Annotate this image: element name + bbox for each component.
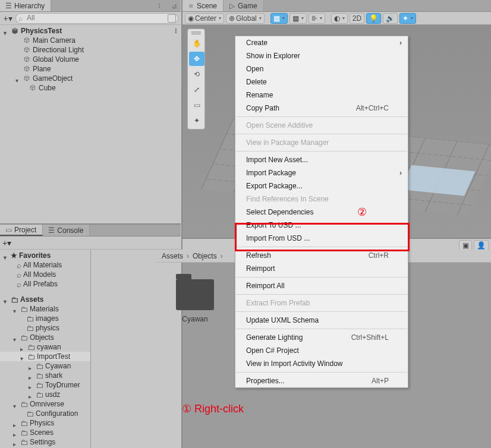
menu-item[interactable]: Properties...Alt+P bbox=[235, 374, 408, 387]
foldout-icon[interactable] bbox=[13, 335, 18, 340]
folder-objects[interactable]: Objects bbox=[0, 333, 90, 342]
hierarchy-item[interactable]: Directional Light bbox=[0, 45, 181, 55]
foldout-icon[interactable] bbox=[4, 29, 9, 34]
menu-item[interactable]: Import Package› bbox=[235, 166, 408, 179]
tab-scene[interactable]: ⌗ Scene bbox=[182, 0, 224, 11]
increment-button[interactable]: ⊪ bbox=[309, 13, 325, 24]
foldout-icon[interactable] bbox=[29, 364, 34, 369]
mode-2d-button[interactable]: 2D bbox=[350, 13, 364, 24]
hierarchy-item[interactable]: Plane bbox=[0, 64, 181, 74]
search-input[interactable] bbox=[27, 14, 167, 22]
folder-images[interactable]: images bbox=[0, 314, 90, 323]
cube-row[interactable]: Cube bbox=[0, 83, 181, 93]
hierarchy-item[interactable]: Global Volume bbox=[0, 55, 181, 64]
favorite-item[interactable]: All Prefabs bbox=[0, 279, 90, 289]
folder-settings[interactable]: Settings bbox=[0, 437, 90, 447]
folder-configuration[interactable]: Configuration bbox=[0, 409, 90, 418]
grid-snap-button[interactable]: ▦ bbox=[270, 13, 288, 24]
breadcrumb-item[interactable]: Assets bbox=[162, 252, 183, 260]
create-plus-icon[interactable]: +▾ bbox=[2, 238, 11, 248]
item-label: Main Camera bbox=[33, 36, 75, 45]
favorite-item[interactable]: All Materials bbox=[0, 260, 90, 270]
folder-item[interactable]: ToyDrumer bbox=[0, 380, 90, 390]
tab-game[interactable]: ▷ Game bbox=[224, 0, 264, 11]
menu-item[interactable]: Rename bbox=[235, 89, 408, 102]
lock-icon[interactable]: ⊿ bbox=[168, 2, 181, 10]
favorite-item[interactable]: All Models bbox=[0, 270, 90, 279]
menu-item[interactable]: Delete bbox=[235, 75, 408, 89]
menu-item[interactable]: Open bbox=[235, 62, 408, 75]
menu-item[interactable]: Import From USD ... bbox=[235, 232, 408, 245]
folder-physics2[interactable]: Physics bbox=[0, 418, 90, 428]
foldout-icon[interactable] bbox=[4, 253, 9, 258]
menu-item[interactable]: Create› bbox=[235, 36, 408, 49]
tab-project[interactable]: ▭ Project bbox=[0, 225, 43, 236]
foldout-icon[interactable] bbox=[20, 345, 26, 350]
foldout-icon[interactable] bbox=[13, 430, 18, 436]
folder-materials[interactable]: Materials bbox=[0, 304, 90, 314]
folder-icon bbox=[36, 371, 43, 380]
foldout-icon[interactable] bbox=[13, 307, 18, 312]
hierarchy-item[interactable]: Main Camera bbox=[0, 36, 181, 45]
asset-folder-cyawan[interactable]: Cyawan bbox=[170, 279, 220, 323]
folder-omniverse[interactable]: Omniverse bbox=[0, 399, 90, 409]
scene-root[interactable]: PhysicsTest ⁝ bbox=[0, 26, 181, 36]
foldout-icon[interactable] bbox=[13, 402, 18, 407]
folder-physics[interactable]: physics bbox=[0, 323, 90, 333]
folder-importtest[interactable]: ImportTest bbox=[0, 352, 90, 361]
hand-tool[interactable]: ✋ bbox=[189, 36, 204, 51]
snap-flag-button[interactable]: ▦ bbox=[289, 13, 307, 24]
transform-tool[interactable]: ✦ bbox=[189, 113, 204, 128]
tab-console[interactable]: ☰ Console bbox=[43, 225, 90, 236]
breadcrumb-item[interactable]: Objects bbox=[193, 252, 217, 260]
rect-tool[interactable]: ▭ bbox=[189, 98, 204, 112]
foldout-icon[interactable] bbox=[29, 373, 34, 378]
menu-item[interactable]: Update UXML Schema bbox=[235, 314, 408, 327]
shading-button[interactable]: ◐ bbox=[331, 13, 348, 24]
menu-item[interactable]: Import New Asset... bbox=[235, 153, 408, 166]
audio-button[interactable]: 🔊 bbox=[383, 13, 398, 24]
menu-item[interactable]: Export Package... bbox=[235, 179, 408, 193]
folder-item[interactable]: shark bbox=[0, 371, 90, 380]
folder-cyawan[interactable]: cyawan bbox=[0, 342, 90, 352]
foldout-icon[interactable] bbox=[13, 440, 18, 445]
panel-menu-icon[interactable]: ⁝ bbox=[158, 2, 164, 10]
scale-tool[interactable]: ⤢ bbox=[189, 83, 204, 97]
menu-item[interactable]: Copy PathAlt+Ctrl+C bbox=[235, 102, 408, 115]
menu-item[interactable]: Select Dependencies bbox=[235, 206, 408, 219]
menu-item[interactable]: Open C# Project bbox=[235, 344, 408, 357]
space-button[interactable]: ⊕Global bbox=[226, 13, 265, 24]
menu-item[interactable]: Show in Explorer bbox=[235, 49, 408, 62]
folder-item[interactable]: Cyawan bbox=[0, 361, 90, 371]
filter-button[interactable]: ▣ bbox=[459, 240, 472, 251]
menu-item[interactable]: View in Import Activity Window bbox=[235, 357, 408, 370]
user-button[interactable]: 👤 bbox=[474, 240, 489, 251]
menu-item[interactable]: Reimport bbox=[235, 262, 408, 275]
foldout-icon[interactable] bbox=[29, 383, 34, 388]
menu-item[interactable]: Reimport All bbox=[235, 279, 408, 292]
hierarchy-search[interactable]: ⌕ bbox=[15, 13, 178, 24]
assets-root[interactable]: Assets bbox=[0, 295, 90, 304]
folder-item[interactable]: usdz bbox=[0, 390, 90, 399]
create-plus-icon[interactable]: +▾ bbox=[2, 14, 13, 23]
move-tool[interactable]: ✥ bbox=[189, 52, 204, 66]
menu-item[interactable]: Export To USD ... bbox=[235, 219, 408, 232]
foldout-icon[interactable] bbox=[4, 297, 9, 302]
foldout-icon[interactable] bbox=[20, 354, 26, 359]
gameobject-row[interactable]: GameObject bbox=[0, 74, 181, 83]
fx-button[interactable]: ✦ bbox=[399, 13, 416, 24]
menu-item[interactable]: Generate LightingCtrl+Shift+L bbox=[235, 331, 408, 344]
tab-hierarchy[interactable]: ☰ Hierarchy bbox=[0, 0, 51, 11]
pivot-button[interactable]: ◉Center bbox=[185, 13, 224, 24]
foldout-icon[interactable] bbox=[29, 392, 34, 397]
favorites-header[interactable]: Favorites bbox=[0, 251, 90, 260]
foldout-icon[interactable] bbox=[13, 421, 18, 426]
tool-grip[interactable] bbox=[189, 30, 203, 35]
rotate-tool[interactable]: ⟲ bbox=[189, 67, 204, 81]
search-filter-icon[interactable] bbox=[168, 14, 176, 23]
light-button[interactable]: 💡 bbox=[366, 13, 381, 24]
menu-item[interactable]: RefreshCtrl+R bbox=[235, 249, 408, 262]
folder-scenes[interactable]: Scenes bbox=[0, 428, 90, 437]
foldout-icon[interactable] bbox=[15, 76, 21, 81]
scene-menu-icon[interactable]: ⁝ bbox=[175, 27, 177, 35]
